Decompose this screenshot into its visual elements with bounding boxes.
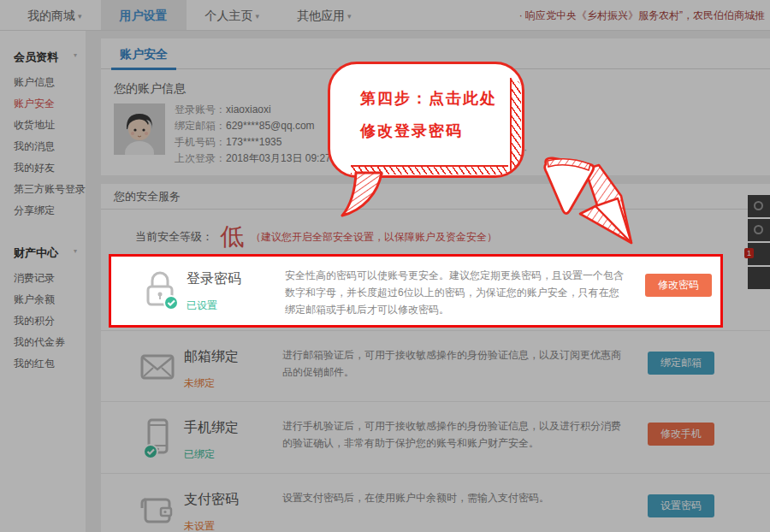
payment-password-title: 支付密码 [184,491,239,509]
top-nav: 我的商城▾ 用户设置 个人主页▾ 其他应用▾ · 响应党中央《乡村振兴》服务农村… [0,0,770,31]
payment-password-desc: 设置支付密码后，在使用账户中余额时，需输入支付密码。 [282,489,625,506]
security-services-panel: 您的安全服务 当前安全等级： 低 （建议您开启全部安全设置，以保障账户及资金安全… [101,184,770,532]
sidebar-section-property: 财产中心▾ [14,245,86,261]
login-password-desc: 安全性高的密码可以使账号更安全。建议您定期更换密码，且设置一个包含数字和字母，并… [285,267,627,318]
chevron-down-icon: ▾ [78,12,82,21]
bind-email-button[interactable]: 绑定邮箱 [648,352,714,375]
phone-binding-status: 已绑定 [184,447,239,462]
service-icon [754,225,763,234]
login-account-label: 登录账号： [175,103,226,115]
tutorial-arrow-icon [536,154,642,253]
security-level-label: 当前安全等级： [135,229,213,245]
last-login-value: 2018年03月13日 09:27:40 [226,152,345,164]
account-info-title: 您的账户信息 [114,81,186,97]
sidebar-item-purchase-history[interactable]: 消费记录 [14,268,86,289]
login-password-row: 登录密码 已设置 安全性高的密码可以使账号更安全。建议您定期更换密码，且设置一个… [109,254,723,328]
tab-account-security[interactable]: 账户安全 [120,47,168,62]
email-binding-desc: 进行邮箱验证后，可用于接收敏感操作的身份验证信息，以及订阅更优惠商品的促销邮件。 [282,346,625,381]
nav-other-apps[interactable]: 其他应用▾ [278,0,370,30]
chevron-icon: ▾ [74,247,77,255]
chevron-icon: ▾ [74,51,77,59]
bubble-text-line2: 修改登录密码 [360,121,463,141]
change-phone-button[interactable]: 修改手机 [648,423,714,446]
tab-underline [111,68,176,70]
phone-binding-row: 手机绑定 已绑定 进行手机验证后，可用于接收敏感操作的身份验证信息，以及进行积分… [101,401,770,473]
email-binding-title: 邮箱绑定 [184,348,239,366]
sidebar-item-thirdparty-login[interactable]: 第三方账号登录 [14,179,86,200]
sidebar-section-member: 会员资料▾ [14,50,86,65]
change-password-button[interactable]: 修改密码 [645,274,712,297]
wallet-icon [137,488,178,532]
float-button-2[interactable] [748,219,770,241]
sidebar-item-address[interactable]: 收货地址 [14,115,86,136]
bubble-hatch-right [510,78,521,171]
sidebar-item-points[interactable]: 我的积分 [14,310,86,332]
sidebar-item-messages[interactable]: 我的消息 [14,136,86,157]
security-services-title: 您的安全服务 [101,184,770,210]
security-level-note: （建议您开启全部安全设置，以保障账户及资金安全） [251,230,497,245]
security-level-row: 当前安全等级： 低 （建议您开启全部安全设置，以保障账户及资金安全） [135,222,497,252]
phone-number-label: 手机号码： [175,136,226,148]
set-password-button[interactable]: 设置密码 [648,494,714,517]
sidebar-item-account-security[interactable]: 账户安全 [14,93,86,115]
sidebar-item-share-binding[interactable]: 分享绑定 [14,200,86,222]
payment-password-status: 未设置 [184,519,239,532]
phone-binding-desc: 进行手机验证后，可用于接收敏感操作的身份验证信息，以及进行积分消费的验证确认，非… [282,417,625,452]
bubble-tail [341,171,407,228]
tutorial-speech-bubble: 第四步：点击此处 修改登录密码 [328,62,524,178]
float-button-1[interactable] [748,195,770,217]
envelope-icon [137,345,178,389]
login-account-value: xiaoxiaoxi [226,103,271,115]
nav-my-mall[interactable]: 我的商城▾ [9,0,101,30]
sidebar-item-vouchers[interactable]: 我的代金券 [14,332,86,353]
nav-user-settings[interactable]: 用户设置 [101,0,187,30]
payment-password-row: 支付密码 未设置 设置支付密码后，在使用账户中余额时，需输入支付密码。 设置密码 [101,473,770,532]
chevron-down-icon: ▾ [347,12,352,21]
phone-binding-title: 手机绑定 [184,419,239,437]
avatar [114,103,165,155]
phone-icon [137,416,178,460]
float-button-3[interactable]: 1 [748,243,770,265]
float-button-4[interactable] [748,267,770,289]
email-binding-row: 邮箱绑定 未绑定 进行邮箱验证后，可用于接收敏感操作的身份验证信息，以及订阅更优… [101,330,770,401]
chevron-down-icon: ▾ [256,12,260,21]
sidebar-item-friends[interactable]: 我的好友 [14,157,86,179]
nav-profile[interactable]: 个人主页▾ [187,0,279,30]
notification-badge: 1 [744,248,754,258]
login-password-status: 已设置 [187,299,241,313]
sidebar-item-balance[interactable]: 账户余额 [14,289,86,310]
announcement-marquee: · 响应党中央《乡村振兴》服务农村”，农民伯伯商城推 [519,0,765,31]
bound-email-value: 629****85@qq.com [226,120,315,132]
sidebar-item-account-info[interactable]: 账户信息 [14,72,86,93]
bubble-text-line1: 第四步：点击此处 [360,88,497,109]
login-password-title: 登录密码 [187,270,241,288]
security-level-value: 低 [220,224,244,250]
bound-email-label: 绑定邮箱： [175,120,226,132]
service-icon [754,201,763,210]
phone-number-value: 173****1935 [226,136,281,148]
sidebar: 会员资料▾ 账户信息 账户安全 收货地址 我的消息 我的好友 第三方账号登录 分… [0,31,86,532]
email-binding-status: 未绑定 [184,376,239,391]
lock-icon [139,267,181,311]
float-toolbar: 1 [748,195,770,291]
last-login-label: 上次登录： [175,152,226,164]
sidebar-item-red-packets[interactable]: 我的红包 [14,353,86,375]
